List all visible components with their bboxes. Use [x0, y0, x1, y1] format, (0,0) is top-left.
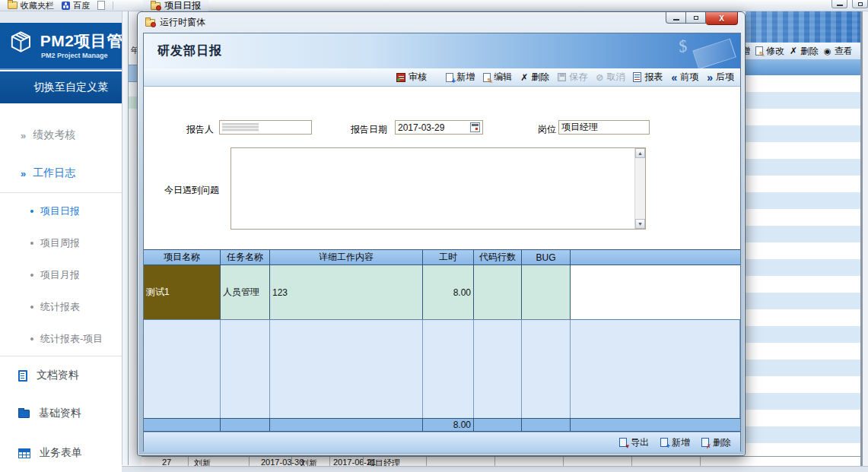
- favorites-divider: [113, 2, 113, 10]
- sidebar-item-worklog[interactable]: » 工作日志: [0, 166, 123, 181]
- background-grid-bottom-row[interactable]: 27 刘新 2017-03-30 刘新 2017-06-21 项目经理: [141, 456, 860, 466]
- work-items-grid: 项目名称 任务名称 详细工作内容 工时 代码行数 BUG 测试1 人员管理 12…: [144, 249, 740, 432]
- sidebar-item-label: 业务表单: [40, 446, 82, 460]
- sidebar-item-label: 项目周报: [40, 236, 80, 250]
- view-label: 查看: [835, 45, 853, 58]
- column-header-hours[interactable]: 工时: [423, 250, 474, 265]
- runtime-window-icon: [145, 19, 155, 27]
- sidebar-item-project-daily[interactable]: 项目日报: [0, 204, 123, 219]
- modify-button[interactable]: ✎ 修改: [755, 45, 784, 58]
- save-icon: [558, 73, 566, 81]
- add-label: 增: [746, 45, 750, 58]
- app-logo-subtitle: PM2 Project Manage: [41, 52, 123, 59]
- column-header-codelines[interactable]: 代码行数: [474, 250, 522, 265]
- page-bookmark[interactable]: [97, 1, 105, 10]
- scroll-down-icon[interactable]: ▼: [635, 219, 645, 229]
- cancel-button-disabled[interactable]: ⊘ 取消: [596, 71, 625, 84]
- modal-title-bar[interactable]: 运行时窗体: [138, 12, 745, 33]
- minimize-button[interactable]: [666, 12, 686, 24]
- column-header-project[interactable]: 项目名称: [144, 250, 221, 265]
- audit-icon: [396, 73, 405, 82]
- edit-label: 编辑: [494, 71, 512, 84]
- column-header-task[interactable]: 任务名称: [221, 250, 270, 265]
- sidebar-item-label: 统计报表-项目: [40, 332, 103, 346]
- edit-button[interactable]: ✎ 编辑: [483, 71, 512, 84]
- grid-footer-toolbar: ▾ 导出 + 新增 ✗ 删除: [144, 432, 740, 452]
- banner-dollar-decoration: $: [676, 36, 688, 57]
- column-header-bug[interactable]: BUG: [522, 250, 571, 265]
- sidebar-item-stat-report[interactable]: 统计报表: [0, 299, 123, 315]
- empty-column: [423, 320, 474, 418]
- browser-right-edge: [863, 8, 868, 472]
- next-icon: »: [707, 72, 713, 83]
- footer-delete-button[interactable]: ✗ 删除: [701, 436, 731, 449]
- add-button-partial[interactable]: 增: [746, 45, 750, 58]
- sum-cell: [221, 419, 270, 431]
- sidebar-item-performance[interactable]: » 绩效考核: [0, 128, 123, 143]
- row-position-cell: 项目经理: [367, 458, 400, 466]
- cell-content[interactable]: 123: [270, 265, 423, 319]
- cell-project-selected[interactable]: 测试1: [144, 265, 221, 319]
- modify-label: 修改: [766, 45, 784, 58]
- sidebar-item-label: 统计报表: [40, 300, 80, 314]
- menu-divider: [0, 192, 123, 193]
- browser-minimize-button[interactable]: [831, 0, 847, 8]
- cell-codelines[interactable]: [474, 265, 522, 319]
- calendar-icon[interactable]: [470, 122, 480, 132]
- sidebar-item-label: 文档资料: [37, 369, 79, 382]
- maximize-button[interactable]: [686, 12, 706, 24]
- sidebar-logo-header: PM2项目管 PM2 Project Manage: [0, 23, 123, 70]
- sum-hours-cell: 8.00: [423, 419, 474, 431]
- menu-divider: [0, 356, 123, 356]
- prev-icon: «: [671, 72, 677, 83]
- column-header-content[interactable]: 详细工作内容: [270, 250, 423, 265]
- close-button[interactable]: X: [706, 12, 738, 25]
- baidu-bookmark[interactable]: 百度: [62, 0, 90, 11]
- grid-data-row[interactable]: 测试1 人员管理 123 8.00: [144, 265, 740, 320]
- sidebar-item-project-monthly[interactable]: 项目月报: [0, 268, 123, 283]
- next-item-button[interactable]: » 后项: [707, 71, 734, 84]
- cell-bug[interactable]: [522, 265, 571, 319]
- delete-button[interactable]: ✗ 删除: [790, 45, 819, 58]
- textarea-scrollbar[interactable]: ▲ ▼: [634, 148, 645, 229]
- add-button[interactable]: + 新增: [446, 71, 475, 84]
- empty-column: [221, 320, 270, 418]
- report-folder-icon: [151, 2, 161, 10]
- sidebar-item-documents[interactable]: 文档资料: [0, 368, 123, 383]
- position-input[interactable]: 项目经理: [558, 120, 650, 135]
- sidebar-item-label: 项目日报: [40, 204, 80, 218]
- reporter-input[interactable]: [219, 120, 312, 135]
- sidebar-item-label: 工作日志: [33, 166, 75, 180]
- cell-hours[interactable]: 8.00: [423, 265, 474, 319]
- sidebar-item-basic-data[interactable]: 基础资料: [0, 406, 123, 421]
- report-form: 报告人 报告日期 2017-03-29 岗位 项目经理 今日遇到问题 ▲: [144, 87, 740, 249]
- report-button[interactable]: 报表: [633, 71, 663, 84]
- audit-label: 审核: [409, 71, 427, 84]
- sidebar-item-business-forms[interactable]: 业务表单: [0, 445, 123, 461]
- report-date-input[interactable]: 2017-03-29: [395, 120, 483, 135]
- footer-add-button[interactable]: + 新增: [660, 436, 690, 449]
- audit-button[interactable]: 审核: [396, 71, 427, 84]
- cancel-icon: ⊘: [596, 73, 603, 82]
- browser-maximize-button[interactable]: [852, 0, 868, 8]
- report-date-label: 报告日期: [351, 123, 387, 136]
- view-button[interactable]: ◉ 查看: [824, 45, 853, 58]
- cell-task[interactable]: 人员管理: [221, 265, 270, 319]
- background-window-banner: [746, 11, 860, 43]
- save-button-disabled[interactable]: 保存: [558, 71, 587, 84]
- problems-textarea[interactable]: ▲ ▼: [231, 147, 646, 230]
- sidebar-item-project-weekly[interactable]: 项目周报: [0, 236, 123, 251]
- browser-favorites-bar: 收藏夹栏 百度: [0, 0, 868, 11]
- scroll-up-icon[interactable]: ▲: [635, 148, 645, 158]
- cancel-label: 取消: [606, 71, 625, 84]
- switch-custom-menu-button[interactable]: 切换至自定义菜: [0, 71, 123, 103]
- export-button[interactable]: ▾ 导出: [619, 436, 649, 449]
- favorites-folder-bookmark[interactable]: 收藏夹栏: [8, 0, 54, 11]
- grid-line: [426, 457, 427, 466]
- page-title: 研发部日报: [157, 43, 222, 59]
- prev-item-button[interactable]: « 前项: [671, 71, 698, 84]
- background-window-caption[interactable]: 项目日报: [143, 0, 208, 11]
- sidebar-item-stat-report-project[interactable]: 统计报表-项目: [0, 331, 123, 347]
- reporter-label: 报告人: [186, 123, 214, 136]
- delete-button[interactable]: ✗ 删除: [520, 71, 549, 84]
